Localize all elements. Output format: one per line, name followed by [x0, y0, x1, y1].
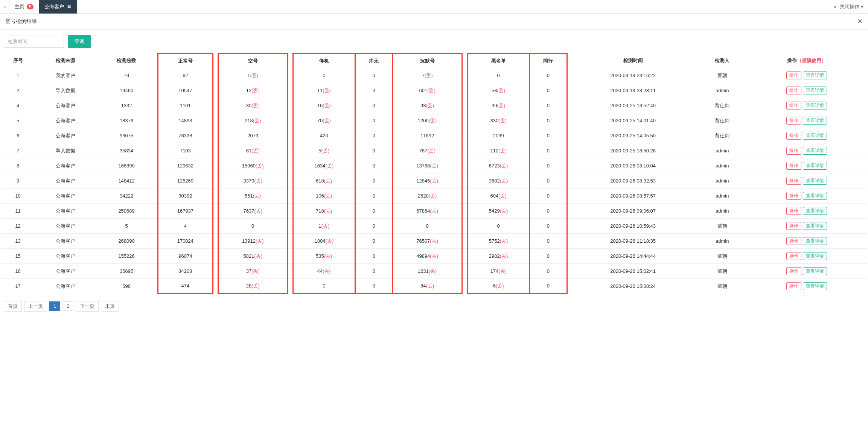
tab-bar: « 主页 5 公海客户 ✖ » 关闭操作 ▾	[0, 0, 868, 14]
cell: 16(丢)	[293, 98, 355, 113]
cell: 0	[355, 173, 392, 189]
cell-source: 公海客户	[35, 249, 96, 264]
cell: 112(丢)	[468, 143, 530, 158]
cell: 167937	[158, 204, 213, 219]
cell: 0	[530, 143, 567, 158]
cell: 0	[355, 98, 392, 113]
row-action-button[interactable]: 操作	[786, 192, 801, 200]
cell-source: 公海客户	[35, 158, 96, 173]
row-detail-button[interactable]: 查看详情	[803, 71, 827, 79]
cell: 1101	[158, 98, 213, 113]
cell: 0	[468, 219, 530, 234]
cell-time: 2020-09-26 11:18:35	[567, 234, 699, 249]
page-next[interactable]: 下一页	[76, 301, 99, 312]
cell: 14893	[158, 113, 213, 128]
cell-actions: 操作查看详情	[746, 128, 867, 143]
page-2[interactable]: 2	[62, 301, 73, 311]
cell-actions: 操作查看详情	[746, 98, 867, 113]
row-detail-button[interactable]: 查看详情	[803, 87, 827, 94]
row-detail-button[interactable]: 查看详情	[803, 237, 827, 245]
row-detail-button[interactable]: 查看详情	[803, 147, 827, 155]
cell-seq: 7	[1, 143, 35, 158]
cell-total: 166890	[96, 158, 158, 173]
table-row: 9公海客户1484121252693379(丢)618(丢)012845(丢)3…	[1, 173, 867, 189]
cell: 2079	[218, 128, 288, 143]
row-action-button[interactable]: 操作	[786, 267, 801, 275]
row-action-button[interactable]: 操作	[786, 71, 801, 79]
row-detail-button[interactable]: 查看详情	[803, 177, 827, 185]
row-detail-button[interactable]: 查看详情	[803, 252, 827, 260]
row-action-button[interactable]: 操作	[786, 252, 801, 260]
row-action-button[interactable]: 操作	[786, 87, 801, 94]
page-first[interactable]: 首页	[4, 301, 22, 312]
cell: 12845(丢)	[393, 173, 462, 189]
row-detail-button[interactable]: 查看详情	[803, 117, 827, 125]
cell: 0	[530, 68, 567, 83]
cell-source: 公海客户	[35, 264, 96, 279]
cell: 0	[293, 68, 355, 83]
cell-actions: 操作查看详情	[746, 219, 867, 234]
cell: 718(丢)	[293, 204, 355, 219]
cell: 170024	[158, 234, 213, 249]
cell-seq: 10	[1, 189, 35, 204]
cell: 0	[355, 113, 392, 128]
row-detail-button[interactable]: 查看详情	[803, 267, 827, 275]
tab-home-label: 主页	[15, 3, 24, 10]
row-action-button[interactable]: 操作	[786, 237, 801, 245]
cell: 0	[530, 219, 567, 234]
col-time: 检测时间	[567, 54, 699, 68]
cell: 0	[530, 173, 567, 189]
page-prev[interactable]: 上一页	[24, 301, 47, 312]
row-action-button[interactable]: 操作	[786, 177, 801, 185]
row-detail-button[interactable]: 查看详情	[803, 162, 827, 170]
cell: 0	[393, 219, 462, 234]
cell: 1(丢)	[293, 219, 355, 234]
cell: 0	[355, 249, 392, 264]
cell: 420	[293, 128, 355, 143]
row-detail-button[interactable]: 查看详情	[803, 222, 827, 230]
row-detail-button[interactable]: 查看详情	[803, 192, 827, 200]
cell-total: 35834	[96, 143, 158, 158]
page-1[interactable]: 1	[49, 301, 60, 311]
tabs-scroll-left-icon[interactable]: «	[2, 4, 9, 9]
cell: 61(丢)	[218, 143, 288, 158]
cell: 0	[355, 219, 392, 234]
cell: 5(丢)	[293, 143, 355, 158]
results-table: 序号 检测来源 检测总数 正常号 空号 停机 库无 沉默号 黑名单 同行 检测时…	[1, 53, 867, 294]
cell-source: 公海客户	[35, 113, 96, 128]
row-action-button[interactable]: 操作	[786, 222, 801, 230]
cell-time: 2020-09-26 15:02:41	[567, 264, 699, 279]
cell: 0	[530, 249, 567, 264]
row-action-button[interactable]: 操作	[786, 117, 801, 125]
row-detail-button[interactable]: 查看详情	[803, 282, 827, 290]
panel-close-icon[interactable]: ✕	[857, 17, 863, 26]
cell: 0	[355, 83, 392, 98]
tabs-scroll-right-icon[interactable]: »	[833, 4, 836, 9]
tab-public-customers[interactable]: 公海客户 ✖	[39, 0, 77, 14]
row-action-button[interactable]: 操作	[786, 147, 801, 155]
close-ops-menu[interactable]: 关闭操作 ▾	[840, 3, 863, 10]
row-action-button[interactable]: 操作	[786, 207, 801, 215]
cell: 30(丢)	[218, 98, 288, 113]
cell-total: 155226	[96, 249, 158, 264]
row-detail-button[interactable]: 查看详情	[803, 132, 827, 140]
cell-seq: 13	[1, 234, 35, 249]
row-action-button[interactable]: 操作	[786, 162, 801, 170]
panel-header: 空号检测结果 ✕	[0, 14, 868, 30]
cell-source: 公海客户	[35, 98, 96, 113]
row-detail-button[interactable]: 查看详情	[803, 207, 827, 215]
row-action-button[interactable]: 操作	[786, 282, 801, 290]
cell: 604(丢)	[468, 189, 530, 204]
tab-home[interactable]: 主页 5	[9, 0, 39, 14]
cell: 0	[530, 234, 567, 249]
cell-operator: admin	[699, 83, 746, 98]
page-last[interactable]: 末页	[101, 301, 119, 312]
row-action-button[interactable]: 操作	[786, 102, 801, 110]
close-icon[interactable]: ✖	[67, 4, 72, 10]
row-detail-button[interactable]: 查看详情	[803, 102, 827, 110]
detect-time-input[interactable]	[4, 35, 64, 48]
row-action-button[interactable]: 操作	[786, 132, 801, 140]
cell: 7637(丢)	[218, 204, 288, 219]
query-button[interactable]: 查询	[68, 35, 91, 48]
cell: 5429(丢)	[468, 204, 530, 219]
